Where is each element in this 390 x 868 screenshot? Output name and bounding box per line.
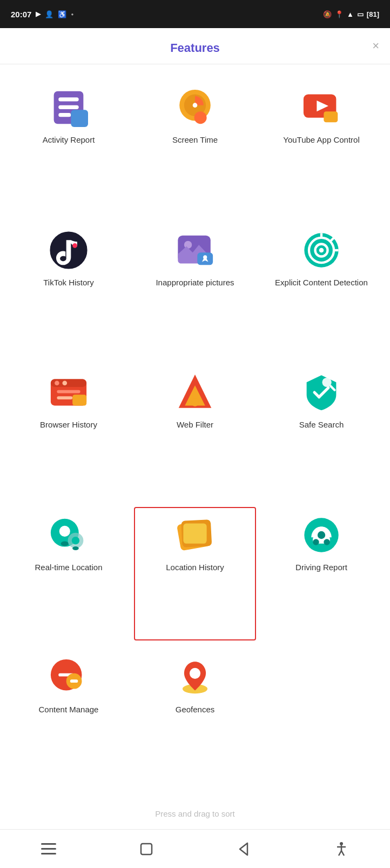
feature-item-youtube-app-control[interactable]: YouTube App Control xyxy=(258,75,385,218)
feature-item-inappropriate-pictures[interactable]: Inappropriate pictures xyxy=(132,218,258,360)
feature-item-web-filter[interactable]: Web Filter xyxy=(132,360,258,503)
svg-point-28 xyxy=(55,381,59,386)
screen-time-label: Screen Time xyxy=(172,135,218,145)
svg-rect-32 xyxy=(72,395,86,406)
svg-rect-48 xyxy=(183,523,206,543)
tiktok-history-label: TikTok History xyxy=(43,277,94,288)
tiktok-history-icon xyxy=(49,231,88,270)
activity-report-label: Activity Report xyxy=(43,135,95,145)
status-indicators: 🔕 📍 ▲ ▭ [81] xyxy=(323,10,379,18)
svg-rect-3 xyxy=(58,113,71,117)
screen-time-icon xyxy=(176,88,214,127)
header: Features × xyxy=(0,28,390,64)
location-history-icon xyxy=(176,516,214,555)
svg-rect-4 xyxy=(71,110,88,127)
svg-marker-64 xyxy=(240,843,247,855)
page-title: Features xyxy=(170,41,220,55)
accessibility-button[interactable] xyxy=(325,833,358,865)
safe-search-label: Safe Search xyxy=(299,419,344,430)
safe-search-icon xyxy=(302,373,341,412)
youtube-status-icon: ▶ xyxy=(36,10,41,18)
status-time: 20:07 ▶ 👤 ♿ ● xyxy=(11,10,73,19)
web-filter-icon xyxy=(176,373,214,412)
main-container: Features × Activity Report Screen Time Y… xyxy=(0,28,390,829)
feature-item-activity-report[interactable]: Activity Report xyxy=(5,75,132,218)
close-button[interactable]: × xyxy=(372,40,379,52)
back-button[interactable] xyxy=(227,833,260,865)
svg-point-8 xyxy=(194,111,207,124)
svg-rect-61 xyxy=(41,848,56,850)
feature-item-location-history[interactable]: Location History xyxy=(132,503,258,645)
menu-button[interactable] xyxy=(32,833,65,865)
location-status-icon: 📍 xyxy=(335,10,344,18)
svg-point-45 xyxy=(72,546,79,550)
explicit-content-detection-icon xyxy=(302,231,341,270)
feature-item-tiktok-history[interactable]: TikTok History xyxy=(5,218,132,360)
activity-report-icon xyxy=(49,88,88,127)
feature-item-realtime-location[interactable]: Real-time Location xyxy=(5,503,132,645)
svg-line-68 xyxy=(339,851,341,856)
battery-level: [81] xyxy=(367,10,379,18)
dot-icon: ● xyxy=(71,12,73,17)
svg-point-22 xyxy=(319,248,324,252)
realtime-location-label: Real-time Location xyxy=(35,562,102,573)
svg-point-29 xyxy=(62,381,67,386)
time-display: 20:07 xyxy=(11,10,31,19)
feature-item-content-manage[interactable]: Content Manage xyxy=(5,645,132,787)
youtube-app-control-label: YouTube App Control xyxy=(283,135,360,145)
driving-report-label: Driving Report xyxy=(295,562,347,573)
svg-rect-60 xyxy=(41,843,56,845)
footer-hint: Press and drag to sort xyxy=(0,798,390,829)
youtube-app-control-icon xyxy=(302,88,341,127)
svg-rect-1 xyxy=(58,97,78,101)
content-manage-label: Content Manage xyxy=(39,704,99,715)
bottom-nav xyxy=(0,829,390,868)
features-grid: Activity Report Screen Time YouTube App … xyxy=(0,64,390,798)
svg-point-14 xyxy=(72,243,77,248)
wifi-icon: ▲ xyxy=(347,10,354,18)
battery-icon: ▭ xyxy=(357,10,364,18)
svg-point-59 xyxy=(190,668,200,679)
browser-history-icon xyxy=(49,373,88,412)
person-status-icon: ♿ xyxy=(58,10,66,18)
svg-line-69 xyxy=(341,851,344,856)
realtime-location-icon xyxy=(49,516,88,555)
feature-item-browser-history[interactable]: Browser History xyxy=(5,360,132,503)
driving-report-icon xyxy=(302,516,341,555)
svg-rect-2 xyxy=(58,105,78,109)
svg-point-35 xyxy=(191,399,199,406)
svg-point-42 xyxy=(61,541,69,546)
explicit-content-detection-label: Explicit Content Detection xyxy=(275,277,368,288)
svg-rect-30 xyxy=(57,390,80,393)
browser-history-label: Browser History xyxy=(40,419,97,430)
user-status-icon: 👤 xyxy=(45,10,53,18)
feature-item-geofences[interactable]: Geofences xyxy=(132,645,258,787)
svg-rect-31 xyxy=(57,396,72,399)
svg-point-53 xyxy=(318,531,325,539)
svg-point-52 xyxy=(324,539,330,545)
mute-icon: 🔕 xyxy=(323,10,332,18)
geofences-label: Geofences xyxy=(176,704,215,715)
content-manage-icon xyxy=(49,658,88,697)
geofences-icon xyxy=(176,658,214,697)
svg-point-51 xyxy=(313,539,319,545)
svg-point-41 xyxy=(59,526,70,537)
inappropriate-pictures-icon xyxy=(176,231,214,270)
svg-rect-62 xyxy=(41,853,56,854)
svg-point-44 xyxy=(72,537,79,544)
feature-item-safe-search[interactable]: Safe Search xyxy=(258,360,385,503)
feature-item-driving-report[interactable]: Driving Report xyxy=(258,503,385,645)
home-button[interactable] xyxy=(130,833,163,865)
location-history-label: Location History xyxy=(166,562,224,573)
svg-rect-57 xyxy=(70,680,78,683)
svg-point-65 xyxy=(340,842,343,845)
feature-item-explicit-content-detection[interactable]: Explicit Content Detection xyxy=(258,218,385,360)
svg-point-7 xyxy=(193,103,198,108)
inappropriate-pictures-label: Inappropriate pictures xyxy=(156,277,234,288)
feature-item-screen-time[interactable]: Screen Time xyxy=(132,75,258,218)
svg-rect-63 xyxy=(141,844,152,854)
svg-rect-11 xyxy=(324,111,338,122)
web-filter-label: Web Filter xyxy=(177,419,213,430)
status-bar: 20:07 ▶ 👤 ♿ ● 🔕 📍 ▲ ▭ [81] xyxy=(0,0,390,28)
